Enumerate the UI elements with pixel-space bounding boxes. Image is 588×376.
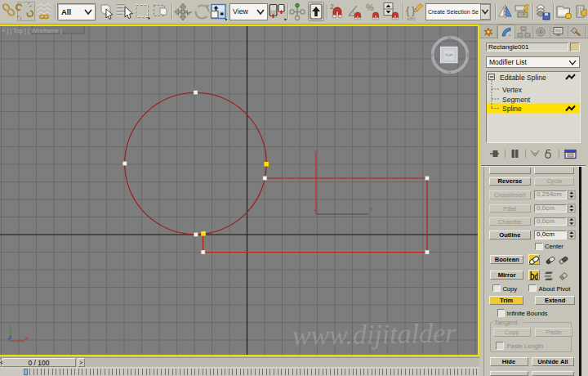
svg-text:z: z (7, 333, 11, 341)
svg-text:S: S (448, 69, 452, 75)
svg-text:E: E (467, 52, 471, 58)
svg-text:View: View (233, 7, 249, 16)
svg-text:Create Selection Se: Create Selection Se (428, 8, 479, 16)
svg-text:Segment: Segment (502, 96, 531, 104)
svg-text:+ ] [ Top ] [ Wireframe ]: + ] [ Top ] [ Wireframe ] (2, 27, 62, 34)
svg-text:y: y (7, 320, 12, 328)
svg-text:N: N (448, 35, 452, 41)
svg-text:W: W (428, 52, 434, 58)
svg-text:ABC: ABC (407, 16, 416, 21)
svg-text:Spline: Spline (502, 105, 522, 113)
svg-text:www.dijitalder: www.dijitalder (292, 317, 457, 351)
svg-text:z: z (314, 206, 318, 212)
svg-text:All: All (61, 7, 71, 16)
svg-text:%: % (366, 2, 374, 12)
svg-text:TOP: TOP (445, 53, 452, 57)
svg-text:y: y (314, 148, 318, 155)
svg-text:x: x (369, 206, 373, 212)
svg-text:{: { (406, 4, 410, 16)
svg-text:Vertex: Vertex (502, 86, 523, 94)
svg-text:Editable Spline: Editable Spline (500, 74, 546, 82)
